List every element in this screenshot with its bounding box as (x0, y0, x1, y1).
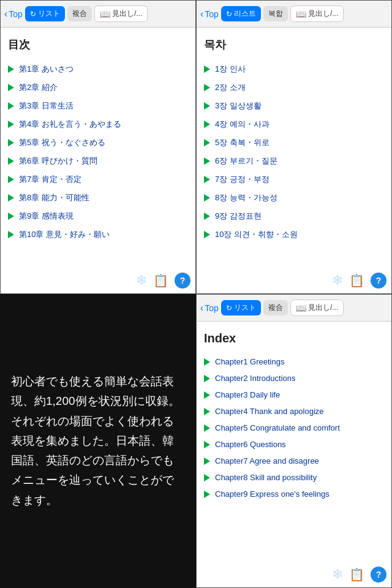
japanese-list-button[interactable]: ↻ リスト (25, 6, 65, 21)
korean-panel: ‹ Top ↻ 리스트 복합 📖 見出し/... 목차 1장 인사 2장 소개 … (196, 0, 392, 294)
play-icon (8, 121, 14, 128)
list-item[interactable]: 8장 능력・가능성 (204, 189, 384, 206)
english-panel: ‹ Top ↻ リスト 複合 📖 見出し/... Index Chapter1 … (196, 294, 392, 588)
list-item[interactable]: 9장 감정표현 (204, 208, 384, 225)
list-item[interactable]: Chapter8 Skill and possibility (204, 470, 384, 485)
list-item[interactable]: 第10章 意見・好み・願い (8, 226, 188, 243)
back-arrow-icon: ‹ (200, 9, 203, 20)
list-item[interactable]: 4장 예의・사과 (204, 116, 384, 133)
korean-nav-bar: ‹ Top ↻ 리스트 복합 📖 見出し/... (197, 1, 391, 28)
play-icon (204, 474, 210, 481)
english-chapter-list: Chapter1 Greetings Chapter2 Introduction… (204, 354, 384, 502)
list-item[interactable]: 第9章 感情表現 (8, 208, 188, 225)
english-content: Index Chapter1 Greetings Chapter2 Introd… (197, 322, 391, 587)
korean-bottom-icons: ❄ 📋 ? (332, 273, 386, 288)
list-item[interactable]: Chapter7 Agree and disagree (204, 453, 384, 469)
play-icon (8, 231, 14, 238)
description-text: 初心者でも使える簡単な会話表現、約1,200例を状況別に収録。それぞれの場面でよ… (11, 372, 185, 510)
english-nav-bar: ‹ Top ↻ リスト 複合 📖 見出し/... (197, 295, 391, 322)
play-icon (8, 194, 14, 202)
japanese-panel: ‹ Top ↻ リスト 複合 📖 見出し/... 目次 第1章 あいさつ 第2章… (0, 0, 196, 294)
play-icon (204, 84, 210, 91)
korean-title: 목차 (204, 37, 384, 52)
japanese-compound-button[interactable]: 複合 (67, 6, 92, 21)
list-item[interactable]: 第3章 日常生活 (8, 97, 188, 115)
play-icon (204, 157, 210, 165)
english-back-button[interactable]: ‹ Top (200, 303, 219, 314)
description-panel: 初心者でも使える簡単な会話表現、約1,200例を状況別に収録。それぞれの場面でよ… (0, 294, 196, 588)
play-icon (204, 102, 210, 110)
japanese-chapter-list: 第1章 あいさつ 第2章 紹介 第3章 日常生活 第4章 お礼を言う・あやまる … (8, 61, 188, 243)
play-icon (204, 491, 210, 498)
english-list-label: リスト (234, 303, 256, 313)
toc-book-icon: 📋 (349, 273, 364, 288)
list-item[interactable]: 第1章 あいさつ (8, 61, 188, 78)
list-item[interactable]: 10장 의견・취향・소원 (204, 226, 384, 243)
help-button[interactable]: ? (371, 567, 386, 582)
list-item[interactable]: 3장 일상생활 (204, 97, 384, 115)
toc-book-icon: 📋 (153, 273, 168, 288)
japanese-heading-label: 見出し/... (112, 9, 142, 19)
play-icon (8, 102, 14, 110)
snowflake-icon: ❄ (332, 273, 343, 288)
english-back-label: Top (205, 303, 219, 313)
play-icon (8, 213, 14, 220)
list-item[interactable]: Chapter1 Greetings (204, 354, 384, 369)
list-item[interactable]: 6장 부르기・질문 (204, 153, 384, 170)
play-icon (204, 358, 210, 366)
japanese-back-label: Top (9, 9, 23, 19)
english-compound-button[interactable]: 複合 (263, 300, 288, 315)
korean-content: 목차 1장 인사 2장 소개 3장 일상생활 4장 예의・사과 5장 축복・위로… (197, 28, 391, 293)
play-icon (204, 139, 210, 146)
japanese-nav-bar: ‹ Top ↻ リスト 複合 📖 見出し/... (1, 1, 195, 28)
list-item[interactable]: 第5章 祝う・なぐさめる (8, 134, 188, 151)
english-heading-label: 見出し/... (308, 303, 338, 313)
english-heading-button[interactable]: 📖 見出し/... (290, 300, 344, 316)
list-item[interactable]: Chapter6 Questions (204, 437, 384, 452)
list-item[interactable]: 第7章 肯定・否定 (8, 171, 188, 188)
play-icon (8, 66, 14, 73)
list-item[interactable]: 2장 소개 (204, 79, 384, 96)
list-item[interactable]: 7장 긍정・부정 (204, 171, 384, 188)
list-item[interactable]: Chapter9 Express one's feelings (204, 486, 384, 502)
list-item[interactable]: Chapter3 Daily life (204, 387, 384, 402)
japanese-title: 目次 (8, 37, 188, 52)
list-item[interactable]: 1장 인사 (204, 61, 384, 78)
play-icon (8, 84, 14, 91)
play-icon (8, 139, 14, 146)
korean-list-button[interactable]: ↻ 리스트 (221, 6, 261, 21)
japanese-list-label: リスト (38, 9, 60, 19)
japanese-back-button[interactable]: ‹ Top (4, 9, 23, 20)
refresh-icon: ↻ (30, 10, 36, 18)
help-button[interactable]: ? (175, 273, 190, 288)
book-icon: 📖 (296, 303, 306, 313)
list-item[interactable]: 5장 축복・위로 (204, 134, 384, 151)
list-item[interactable]: Chapter5 Congratulate and comfort (204, 420, 384, 435)
korean-heading-button[interactable]: 📖 見出し/... (290, 6, 344, 22)
play-icon (204, 375, 210, 382)
play-icon (204, 213, 210, 220)
play-icon (204, 66, 210, 73)
play-icon (204, 231, 210, 238)
list-item[interactable]: 第8章 能力・可能性 (8, 189, 188, 206)
japanese-content: 目次 第1章 あいさつ 第2章 紹介 第3章 日常生活 第4章 お礼を言う・あや… (1, 28, 195, 293)
japanese-heading-button[interactable]: 📖 見出し/... (94, 6, 148, 22)
refresh-icon: ↻ (226, 10, 232, 18)
play-icon (204, 194, 210, 202)
help-button[interactable]: ? (371, 273, 386, 288)
korean-chapter-list: 1장 인사 2장 소개 3장 일상생활 4장 예의・사과 5장 축복・위로 6장… (204, 61, 384, 243)
list-item[interactable]: 第6章 呼びかけ・質問 (8, 153, 188, 170)
play-icon (8, 157, 14, 165)
play-icon (204, 121, 210, 128)
list-item[interactable]: Chapter2 Introductions (204, 371, 384, 386)
korean-compound-button[interactable]: 복합 (263, 6, 288, 21)
list-item[interactable]: Chapter4 Thank and apologize (204, 404, 384, 419)
english-list-button[interactable]: ↻ リスト (221, 300, 261, 315)
snowflake-icon: ❄ (332, 567, 343, 582)
korean-back-button[interactable]: ‹ Top (200, 9, 219, 20)
korean-heading-label: 見出し/... (308, 9, 338, 19)
book-icon: 📖 (296, 9, 306, 19)
list-item[interactable]: 第2章 紹介 (8, 79, 188, 96)
refresh-icon: ↻ (226, 304, 232, 312)
list-item[interactable]: 第4章 お礼を言う・あやまる (8, 116, 188, 133)
